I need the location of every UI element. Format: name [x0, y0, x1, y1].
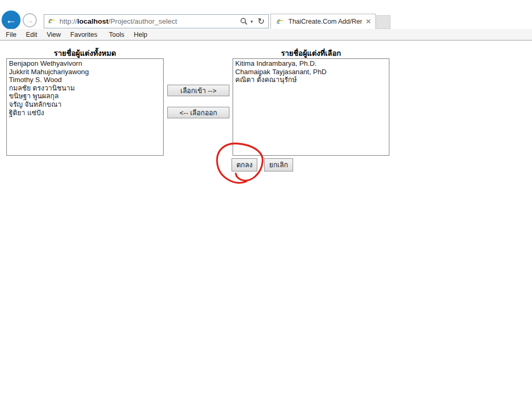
- browser-window: ← → e http://localhost/Project/author_se…: [0, 0, 532, 395]
- cancel-button[interactable]: ยกเลิก: [264, 158, 293, 171]
- url-path: /Project/author_select: [108, 17, 177, 25]
- search-dropdown-icon[interactable]: ▾: [250, 19, 253, 24]
- back-arrow-icon: ←: [6, 14, 17, 26]
- new-tab-button[interactable]: [376, 15, 390, 29]
- list-item[interactable]: คณิตา ตั้งคณานุรักษ์: [235, 76, 387, 84]
- list-item[interactable]: Kitima Indrambarya, Ph.D.: [235, 59, 387, 68]
- all-authors-heading: รายชื่อผู้แต่งทั้งหมด: [6, 47, 164, 59]
- refresh-icon[interactable]: ↻: [258, 16, 265, 26]
- tab-favicon-icon: e: [276, 17, 285, 26]
- select-out-button[interactable]: <-- เลือกออก: [167, 107, 229, 118]
- selected-authors-heading: รายชื่อผู้แต่งที่เลือก: [233, 47, 389, 59]
- list-item[interactable]: Jukkrit Mahujchariyawong: [9, 68, 161, 76]
- menu-favorites[interactable]: Favorites: [66, 31, 104, 38]
- menu-file[interactable]: File: [1, 31, 21, 38]
- list-item[interactable]: ฐิติยา แซ่ปัง: [9, 109, 161, 117]
- list-item[interactable]: Benjapon Wethyavivorn: [9, 59, 161, 68]
- menu-help[interactable]: Help: [129, 31, 152, 38]
- all-authors-listbox[interactable]: Benjapon Wethyavivorn Jukkrit Mahujchari…: [6, 58, 164, 156]
- list-item[interactable]: Chamaipak Tayjasanant, PhD: [235, 68, 387, 76]
- ok-button[interactable]: ตกลง: [232, 158, 257, 171]
- url-host: localhost: [77, 17, 108, 25]
- search-icon[interactable]: [240, 17, 248, 25]
- url-prefix: http://: [59, 17, 77, 25]
- list-item[interactable]: กมลชัย ตรงวานิชนาม: [9, 84, 161, 93]
- back-button[interactable]: ←: [2, 11, 21, 29]
- menu-view[interactable]: View: [42, 31, 66, 38]
- ie-favicon-icon: e: [47, 17, 56, 26]
- browser-tab[interactable]: e ThaiCreate.Com Add/Rem... ✕: [270, 14, 376, 29]
- menu-tools[interactable]: Tools: [104, 31, 129, 38]
- tab-title: ThaiCreate.Com Add/Rem...: [288, 18, 362, 25]
- address-bar[interactable]: e http://localhost/Project/author_select…: [44, 14, 269, 28]
- menu-edit[interactable]: Edit: [21, 31, 42, 38]
- tab-close-icon[interactable]: ✕: [366, 18, 371, 25]
- url-text[interactable]: http://localhost/Project/author_select: [59, 17, 237, 25]
- selected-authors-listbox[interactable]: Kitima Indrambarya, Ph.D. Chamaipak Tayj…: [233, 58, 389, 156]
- forward-arrow-icon: →: [26, 16, 34, 25]
- menu-bar: File Edit View Favorites Tools Help: [0, 29, 532, 40]
- list-item[interactable]: Timothy S. Wood: [9, 76, 161, 84]
- list-item[interactable]: จรัญ จันทลักขณา: [9, 100, 161, 109]
- list-item[interactable]: ขนิษฐา พูนผลกุล: [9, 92, 161, 100]
- select-in-button[interactable]: เลือกเข้า -->: [167, 85, 229, 96]
- forward-button[interactable]: →: [23, 13, 37, 27]
